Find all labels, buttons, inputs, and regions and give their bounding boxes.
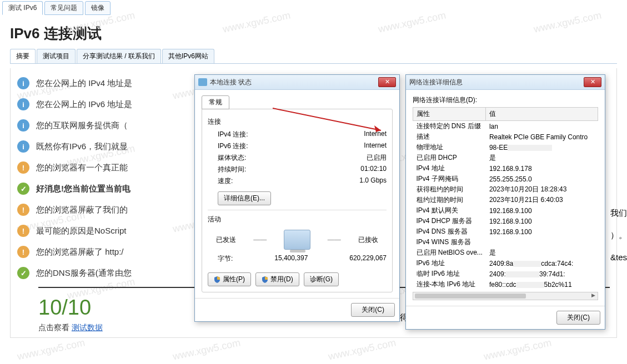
- table-row[interactable]: IPv6 地址2409:8acdca:74c4:: [413, 258, 598, 269]
- property-cell: IPv4 DHCP 服务器: [413, 216, 486, 226]
- received-label: 已接收: [358, 235, 378, 245]
- details-button[interactable]: 详细信息(E)...: [218, 191, 271, 205]
- list-label: 网络连接详细信息(D):: [413, 95, 598, 107]
- value-cell: 255.255.255.0: [486, 174, 598, 184]
- table-row[interactable]: 已启用 DHCP是: [413, 153, 598, 163]
- table-row[interactable]: 描述Realtek PCIe GBE Family Contro: [413, 132, 598, 142]
- tab-tests[interactable]: 测试项目: [37, 49, 76, 63]
- result-text: 好消息!您当前位置当前电: [36, 184, 131, 194]
- scroll-right-icon[interactable]: ▶: [589, 292, 598, 300]
- ipv6-conn-label: IPv6 连接:: [218, 141, 248, 151]
- duration-value: 01:02:10: [360, 165, 387, 174]
- value-cell: lan: [486, 121, 598, 132]
- warning-icon: !: [17, 161, 29, 174]
- property-cell: IPv4 WINS 服务器: [413, 237, 486, 247]
- browser-tabs: 测试 IPv6 常见问题 镜像: [0, 0, 627, 16]
- top-tab-faq[interactable]: 常见问题: [44, 1, 83, 15]
- value-cell: 2023年10月20日 18:28:43: [486, 184, 598, 195]
- scrollbar-thumb[interactable]: [415, 294, 526, 299]
- value-cell: 192.168.9.100: [486, 226, 598, 237]
- truncated-text: 我们: [610, 208, 627, 219]
- property-cell: 临时 IPv6 地址: [413, 269, 486, 279]
- diagnose-button[interactable]: 诊断(G): [304, 272, 339, 286]
- speed-label: 速度:: [218, 176, 233, 186]
- property-cell: IPv4 默认网关: [413, 205, 486, 216]
- table-row[interactable]: 已启用 NetBIOS ove...是: [413, 247, 598, 258]
- value-cell: 192.168.9.178: [486, 163, 598, 174]
- table-row[interactable]: 物理地址98-EE: [413, 142, 598, 153]
- media-state-value: 已启用: [367, 153, 387, 163]
- property-cell: 已启用 NetBIOS ove...: [413, 247, 486, 258]
- dialog-title: 本地连接 状态: [210, 78, 378, 87]
- watermark: www.xgw5.com: [483, 337, 553, 362]
- property-cell: IPv4 地址: [413, 163, 486, 174]
- property-cell: 连接-本地 IPv6 地址: [413, 279, 486, 290]
- properties-button[interactable]: 属性(P): [208, 272, 251, 286]
- result-text: 您的DNS服务器(通常由您: [36, 268, 132, 279]
- bytes-sent: 15,400,397: [233, 254, 349, 264]
- result-text: 您的互联网服务提供商（: [36, 120, 128, 131]
- watermark: www.xgw5.com: [172, 337, 242, 362]
- footer-text: 点击察看: [38, 323, 72, 332]
- property-cell: 描述: [413, 132, 486, 142]
- duration-label: 持续时间:: [218, 165, 246, 174]
- table-row[interactable]: 租约过期的时间2023年10月21日 6:40:03: [413, 195, 598, 205]
- shield-icon: [214, 276, 220, 283]
- table-row[interactable]: IPv4 DNS 服务器192.168.9.100: [413, 226, 598, 237]
- property-cell: 连接特定的 DNS 后缀: [413, 121, 486, 132]
- tab-other-sites[interactable]: 其他IPv6网站: [162, 49, 214, 63]
- value-cell: 2023年10月21日 6:40:03: [486, 195, 598, 205]
- media-state-label: 媒体状态:: [218, 153, 246, 163]
- result-text: 您的浏览器屏蔽了我们的: [36, 205, 128, 215]
- horizontal-scrollbar[interactable]: ◀ ▶: [413, 292, 598, 300]
- value-cell: 192.168.9.100: [486, 216, 598, 226]
- tab-general[interactable]: 常规: [202, 95, 229, 109]
- value-cell: 2409:39:74d1:: [486, 269, 598, 279]
- section-connection: 连接: [208, 115, 387, 129]
- property-cell: IPv4 DNS 服务器: [413, 226, 486, 237]
- property-cell: 租约过期的时间: [413, 195, 486, 205]
- top-tab-mirror[interactable]: 镜像: [85, 1, 111, 15]
- close-button[interactable]: 关闭(C): [556, 311, 600, 325]
- dialog-connection-status: 本地连接 状态 ✕ 常规 连接 IPv4 连接:Internet IPv6 连接…: [194, 74, 400, 322]
- tab-share[interactable]: 分享测试结果 / 联系我们: [77, 49, 161, 63]
- result-text: 您的浏览器有一个真正能: [36, 163, 128, 173]
- table-row[interactable]: 临时 IPv6 地址2409:39:74d1:: [413, 269, 598, 279]
- dialog-connection-details: 网络连接详细信息 ✕ 网络连接详细信息(D): 属性 值 连接特定的 DNS 后…: [405, 74, 605, 330]
- ipv6-conn-value: Internet: [364, 141, 387, 151]
- tab-summary[interactable]: 摘要: [10, 49, 36, 63]
- column-property[interactable]: 属性: [413, 108, 486, 121]
- table-row[interactable]: IPv4 子网掩码255.255.255.0: [413, 174, 598, 184]
- top-tab-test-ipv6[interactable]: 测试 IPv6: [2, 1, 43, 15]
- dialog-title: 网络连接详细信息: [409, 78, 584, 87]
- success-icon: ✓: [17, 267, 29, 279]
- table-row[interactable]: 连接特定的 DNS 后缀lan: [413, 121, 598, 132]
- watermark: www.xgw5.com: [327, 337, 397, 362]
- ipv4-conn-value: Internet: [364, 130, 387, 139]
- value-cell: 192.168.9.100: [486, 205, 598, 216]
- result-text: 既然你有IPv6，我们就显: [36, 141, 128, 152]
- close-button[interactable]: ✕: [584, 77, 601, 87]
- network-icon: [198, 78, 207, 86]
- disable-button[interactable]: 禁用(D): [255, 272, 299, 286]
- table-row[interactable]: 获得租约的时间2023年10月20日 18:28:43: [413, 184, 598, 195]
- value-cell: 是: [486, 247, 598, 258]
- info-icon: i: [17, 119, 29, 132]
- close-button[interactable]: 关闭(C): [351, 303, 395, 317]
- test-data-link[interactable]: 测试数据: [72, 323, 103, 332]
- result-text: 最可能的原因是NoScript: [36, 226, 127, 236]
- table-row[interactable]: IPv4 DHCP 服务器192.168.9.100: [413, 216, 598, 226]
- result-text: 您在公网上的 IPv4 地址是: [36, 78, 132, 89]
- property-cell: IPv6 地址: [413, 258, 486, 269]
- section-activity: 活动: [208, 213, 387, 226]
- table-row[interactable]: IPv4 地址192.168.9.178: [413, 163, 598, 174]
- watermark: www.xgw5.com: [16, 337, 86, 362]
- close-button[interactable]: ✕: [378, 77, 396, 87]
- truncated-text: &tes: [610, 252, 627, 262]
- column-value[interactable]: 值: [486, 108, 598, 121]
- table-row[interactable]: IPv4 默认网关192.168.9.100: [413, 205, 598, 216]
- value-cell: 98-EE: [486, 142, 598, 153]
- details-table: 属性 值 连接特定的 DNS 后缀lan描述Realtek PCIe GBE F…: [413, 107, 598, 290]
- table-row[interactable]: IPv4 WINS 服务器: [413, 237, 598, 247]
- table-row[interactable]: 连接-本地 IPv6 地址fe80::cdc5b2c%11: [413, 279, 598, 290]
